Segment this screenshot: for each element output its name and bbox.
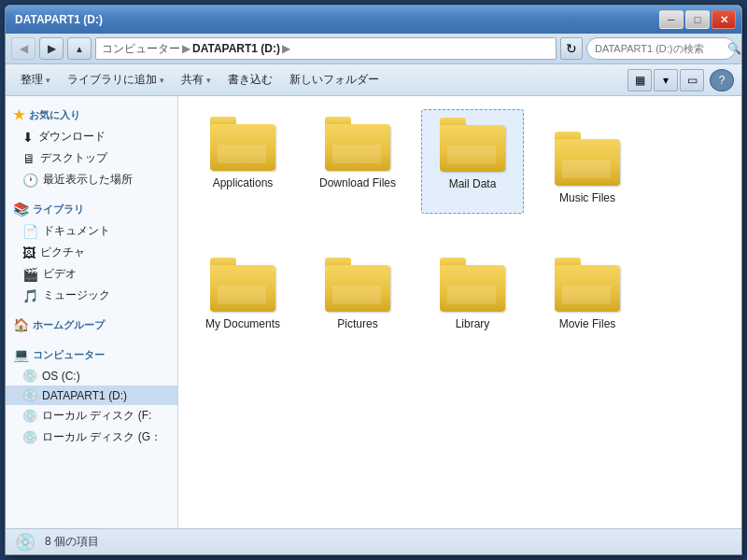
sidebar-item-desktop[interactable]: 🖥 デスクトップ: [6, 147, 177, 169]
explorer-window: DATAPART1 (D:) ─ □ ✕ ◀ ▶ ▲ コンピューター ▶ DAT…: [5, 5, 742, 555]
folder-music-label: Music Files: [559, 191, 615, 206]
search-box[interactable]: 🔍: [586, 37, 736, 60]
drive-g-icon: 💿: [22, 430, 37, 444]
homegroup-section: 🏠 ホームグループ: [6, 314, 177, 336]
burn-button[interactable]: 書き込む: [220, 68, 280, 92]
sidebar-item-c-drive[interactable]: 💿 OS (C:): [6, 366, 177, 385]
path-part-1: コンピューター: [102, 41, 180, 57]
path-part-2: DATAPART1 (D:): [192, 42, 280, 55]
forward-button[interactable]: ▶: [39, 37, 63, 60]
close-button[interactable]: ✕: [712, 10, 736, 29]
folder-mydocs[interactable]: My Documents: [191, 250, 294, 340]
path-separator-1: ▶: [182, 42, 190, 55]
library-section: 📚 ライブラリ 📄 ドキュメント 🖼 ピクチャ 🎬 ビデオ 🎵 ミ: [6, 198, 177, 306]
minimize-button[interactable]: ─: [659, 10, 684, 29]
organize-arrow: ▾: [46, 76, 50, 85]
burn-label: 書き込む: [228, 72, 273, 88]
folder-movies-label: Movie Files: [559, 317, 616, 332]
folder-applications[interactable]: Applications: [191, 109, 294, 214]
path-separator-2: ▶: [282, 42, 290, 55]
sidebar-item-documents[interactable]: 📄 ドキュメント: [6, 220, 177, 242]
sidebar: ★ お気に入り ⬇ ダウンロード 🖥 デスクトップ 🕐 最近表示した場所: [6, 96, 178, 528]
recent-label: 最近表示した場所: [43, 172, 133, 188]
folder-library-icon: [440, 258, 505, 312]
maximize-button[interactable]: □: [685, 10, 710, 29]
share-button[interactable]: 共有 ▾: [174, 68, 218, 92]
help-button[interactable]: ?: [710, 69, 734, 91]
video-icon: 🎬: [22, 267, 38, 282]
address-path[interactable]: コンピューター ▶ DATAPART1 (D:) ▶: [95, 37, 557, 60]
organize-button[interactable]: 整理 ▾: [13, 68, 58, 92]
folder-shine: [562, 286, 611, 304]
folder-mail-icon: [440, 118, 505, 172]
download-icon: ⬇: [22, 130, 34, 145]
documents-icon: 📄: [22, 224, 38, 239]
videos-label: ビデオ: [43, 266, 77, 282]
sidebar-item-music[interactable]: 🎵 ミュージック: [6, 285, 177, 306]
folder-movies-icon: [555, 258, 620, 312]
music-icon: 🎵: [22, 288, 38, 303]
drive-f-label: ローカル ディスク (F:: [42, 408, 151, 424]
computer-section: 💻 コンピューター 💿 OS (C:) 💿 DATAPART1 (D:) 💿 ロ…: [6, 343, 177, 448]
folder-shine: [218, 286, 266, 304]
search-input[interactable]: [595, 43, 724, 54]
sidebar-item-f-drive[interactable]: 💿 ローカル ディスク (F:: [6, 405, 177, 427]
music-label: ミュージック: [43, 287, 110, 303]
folder-download-label: Download Files: [319, 176, 396, 191]
favorites-header: ★ お気に入り: [6, 104, 177, 126]
download-label: ダウンロード: [38, 129, 106, 145]
up-button[interactable]: ▲: [67, 37, 92, 60]
toolbar: 整理 ▾ ライブラリに追加 ▾ 共有 ▾ 書き込む 新しいフォルダー ▦ ▾ ▭…: [6, 64, 741, 96]
folder-mydocs-icon: [210, 258, 275, 312]
drive-d-label: DATAPART1 (D:): [42, 389, 127, 402]
sidebar-item-videos[interactable]: 🎬 ビデオ: [6, 263, 177, 285]
folder-body: [210, 124, 275, 171]
computer-icon: 💻: [13, 347, 29, 362]
view-list-button[interactable]: ▭: [680, 69, 704, 91]
content-area[interactable]: Applications Download Files: [178, 96, 741, 528]
organize-label: 整理: [21, 72, 43, 88]
refresh-button[interactable]: ↻: [560, 37, 583, 60]
sidebar-item-recent[interactable]: 🕐 最近表示した場所: [6, 169, 177, 190]
folder-body: [210, 265, 275, 312]
new-folder-label: 新しいフォルダー: [289, 72, 379, 88]
desktop-label: デスクトップ: [40, 150, 107, 166]
library-label: ライブラリ: [33, 203, 84, 217]
desktop-icon: 🖥: [22, 151, 35, 166]
folder-music-icon: [555, 132, 620, 186]
folder-library-label: Library: [456, 317, 490, 332]
add-to-library-button[interactable]: ライブラリに追加 ▾: [60, 68, 172, 92]
folder-download-icon: [325, 117, 390, 171]
folder-body: [555, 265, 620, 312]
sidebar-item-d-drive[interactable]: 💿 DATAPART1 (D:): [6, 385, 177, 405]
folder-movies[interactable]: Movie Files: [536, 250, 639, 340]
sidebar-item-download[interactable]: ⬇ ダウンロード: [6, 126, 177, 147]
view-icon-button[interactable]: ▦: [627, 69, 652, 91]
documents-label: ドキュメント: [43, 223, 110, 239]
back-button[interactable]: ◀: [11, 37, 35, 60]
computer-label: コンピューター: [33, 348, 105, 362]
folder-pictures-label: Pictures: [337, 317, 377, 332]
status-count: 8 個の項目: [45, 534, 99, 550]
drive-g-label: ローカル ディスク (G：: [42, 429, 162, 445]
drive-f-icon: 💿: [22, 409, 37, 423]
folder-pictures[interactable]: Pictures: [306, 250, 409, 340]
favorites-section: ★ お気に入り ⬇ ダウンロード 🖥 デスクトップ 🕐 最近表示した場所: [6, 104, 177, 190]
share-arrow: ▾: [206, 76, 211, 85]
new-folder-button[interactable]: 新しいフォルダー: [282, 68, 387, 92]
folder-music[interactable]: Music Files: [536, 124, 639, 214]
folder-shine: [447, 286, 496, 304]
folder-mail-label: Mail Data: [449, 177, 497, 192]
drive-d-icon: 💿: [22, 388, 37, 402]
folder-download[interactable]: Download Files: [306, 109, 409, 214]
folder-body: [555, 139, 620, 186]
folder-body: [440, 265, 505, 312]
view-dropdown-button[interactable]: ▾: [654, 69, 678, 91]
folder-library[interactable]: Library: [421, 250, 524, 340]
homegroup-header: 🏠 ホームグループ: [6, 314, 177, 336]
window-title: DATAPART1 (D:): [15, 13, 103, 26]
folder-mail[interactable]: Mail Data: [421, 109, 524, 214]
sidebar-item-g-drive[interactable]: 💿 ローカル ディスク (G：: [6, 427, 177, 448]
add-to-library-label: ライブラリに追加: [67, 72, 157, 88]
sidebar-item-pictures[interactable]: 🖼 ピクチャ: [6, 242, 177, 263]
